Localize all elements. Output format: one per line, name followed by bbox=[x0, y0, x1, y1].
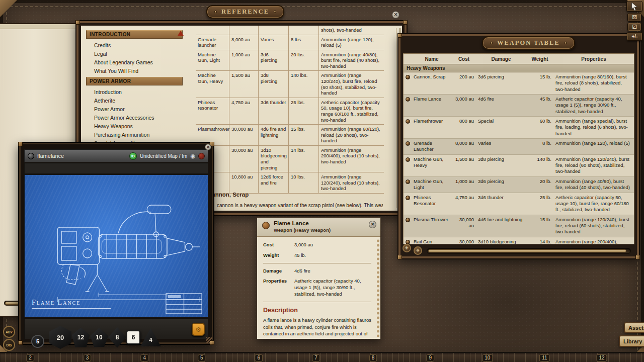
field-value: 3,000 au bbox=[294, 242, 371, 248]
record-bullet-icon[interactable] bbox=[406, 119, 410, 124]
flamelance-image-window[interactable]: flamelance ID Unidentified Map / Im ◉ bbox=[18, 142, 214, 345]
weapon-table-window[interactable]: Name Cost Damage Weight Properties Heavy… bbox=[397, 33, 640, 259]
modifier-toggle-button[interactable]: +/- bbox=[627, 32, 642, 41]
pointer-tool-button[interactable] bbox=[626, 1, 642, 12]
visibility-icon[interactable]: ◉ bbox=[190, 153, 195, 159]
weapon-properties: Ammunition (range special), burst fire, … bbox=[553, 117, 634, 138]
assets-button[interactable]: Assets bbox=[624, 322, 644, 333]
die-value: 8 bbox=[116, 334, 119, 341]
weapon-properties: Aetheric capacitor (capacity 50, usage 1… bbox=[553, 193, 634, 215]
record-bullet-icon[interactable] bbox=[406, 196, 410, 200]
weapon-row[interactable]: Rail Gun30,000 au3d10 bludgeoning and14 … bbox=[404, 237, 634, 244]
record-bullet-icon[interactable] bbox=[406, 157, 410, 162]
toc-item[interactable]: Introduction bbox=[86, 87, 183, 96]
bullet-cell bbox=[404, 117, 412, 138]
toc-scroll-up-icon[interactable] bbox=[178, 31, 184, 36]
window-corner bbox=[18, 142, 23, 146]
bullet-cell bbox=[404, 72, 412, 94]
lock-icon[interactable] bbox=[198, 153, 205, 159]
toc-item[interactable]: Aetherite bbox=[86, 96, 183, 105]
column-damage: Damage bbox=[476, 56, 526, 62]
description-text: A flame lance is a heavy cylinder contai… bbox=[263, 317, 371, 339]
fantasy-grounds-desktop: INTRODUCTIONCreditsLegalAbout Legendary … bbox=[0, 0, 644, 362]
weapon-row[interactable]: Machine Gun, Light1,000 au3d6 piercing20… bbox=[404, 177, 634, 193]
blueprint-image[interactable]: Flame Lance bbox=[24, 174, 208, 317]
dice-tower-button[interactable]: ⚄ bbox=[627, 13, 641, 22]
field-value: 4d6 fire bbox=[294, 268, 371, 275]
table-cell: Machine Gun, Light bbox=[196, 50, 229, 71]
window-corner bbox=[210, 340, 214, 345]
identified-badge-icon[interactable]: ID bbox=[129, 152, 137, 160]
record-bullet-icon[interactable] bbox=[406, 141, 410, 146]
bullet-cell bbox=[404, 237, 412, 244]
decorative-scroll-edge bbox=[376, 239, 380, 337]
table-row[interactable]: Grenade launcher8,000 auVaries8 lbs.Ammu… bbox=[196, 35, 384, 50]
toc-item[interactable]: Legal bbox=[86, 49, 183, 58]
weapon-row[interactable]: Flame Lance3,000 au4d6 fire45 lb.Aetheri… bbox=[404, 95, 634, 117]
table-cell: Aetheric capacitor (capacity 50, usage 1… bbox=[319, 98, 384, 124]
ruler-number: 9 bbox=[426, 354, 434, 361]
weapon-row[interactable]: Plasma Thrower30,000 au4d6 fire and ligh… bbox=[404, 215, 634, 237]
weapon-weight: 25 lb. bbox=[526, 193, 553, 215]
record-bullet-icon[interactable] bbox=[406, 179, 410, 184]
modifier-stack[interactable]: 5 bbox=[31, 335, 44, 348]
library-button[interactable]: Library bbox=[619, 335, 644, 347]
toc-item[interactable]: Credits bbox=[86, 41, 183, 49]
table-row[interactable]: 30,000 au3d10 bludgeoning and piercing14… bbox=[196, 146, 384, 172]
bullet-cell bbox=[404, 215, 412, 237]
window-corner bbox=[397, 255, 402, 259]
weapon-cost: 3,000 au bbox=[452, 95, 476, 116]
weapon-row[interactable]: Cannon, Scrap200 au3d6 piercing15 lb.Amm… bbox=[404, 72, 634, 95]
table-cell: Ammunition (range 60/120), reload (20 sh… bbox=[319, 125, 384, 145]
ruler-number: 5 bbox=[198, 354, 206, 361]
die-d6[interactable]: 6 bbox=[126, 330, 140, 344]
die-d12[interactable]: 12 bbox=[71, 328, 90, 347]
image-window-subtitle: Unidentified Map / Im bbox=[140, 153, 188, 159]
flame-lance-detail-window[interactable]: Flame Lance Weapon (Heavy Weapon) ✕ Cost… bbox=[257, 217, 381, 339]
advantage-button[interactable]: ADV bbox=[3, 326, 15, 338]
window-corner bbox=[397, 33, 402, 38]
weapon-row[interactable]: Flamethrower800 auSpecial60 lb.Ammunitio… bbox=[404, 117, 634, 139]
toc-item[interactable]: Purchasing Ammunition bbox=[86, 130, 183, 139]
image-tools-button[interactable]: ⚙ bbox=[192, 323, 205, 336]
weapon-weight: 140 lb. bbox=[526, 155, 553, 176]
table-row[interactable]: Plasmathrower30,000 au4d6 fire and light… bbox=[196, 125, 384, 146]
window-control-icon-2[interactable]: ❖ bbox=[414, 246, 422, 255]
toc-item[interactable]: Power Armor Accessories bbox=[86, 113, 183, 122]
toc-item[interactable]: Heavy Weapons bbox=[86, 122, 183, 130]
die-value: 4 bbox=[149, 337, 152, 343]
die-d10[interactable]: 10 bbox=[90, 328, 108, 347]
scrollbar-thumb[interactable] bbox=[428, 249, 626, 252]
close-icon[interactable]: ✕ bbox=[369, 221, 376, 228]
toc-item[interactable]: Power Armor bbox=[86, 105, 183, 113]
window-control-icon-1[interactable]: ✚ bbox=[403, 244, 411, 252]
weapon-row[interactable]: Phineas Resonator4,750 au3d6 thunder25 l… bbox=[404, 193, 634, 215]
table-cell: Ammunition (range 40/80), burst fire, re… bbox=[319, 50, 384, 71]
description-heading: Description bbox=[263, 307, 371, 314]
record-bullet-icon[interactable] bbox=[406, 218, 410, 222]
disadvantage-button[interactable]: DIS bbox=[3, 339, 15, 351]
record-bullet-icon[interactable] bbox=[406, 97, 410, 102]
table-row[interactable]: 10,800 au12d6 force and fire10 lbs.Ammun… bbox=[196, 172, 384, 194]
die-d20[interactable]: 20 bbox=[49, 326, 71, 349]
table-row[interactable]: Machine Gun, Light1,000 au3d6 piercing20… bbox=[196, 50, 384, 71]
table-row[interactable]: Phineas resonator4,750 au3d6 thunder25 l… bbox=[196, 98, 384, 125]
weapon-row[interactable]: Machine Gun, Heavy1,500 au3d8 piercing14… bbox=[404, 155, 634, 177]
table-cell: 3d6 piercing bbox=[259, 50, 289, 71]
table-row[interactable]: Machine Gun, Heavy1,500 au3d8 piercing14… bbox=[196, 71, 384, 98]
close-icon[interactable]: ✕ bbox=[205, 144, 211, 150]
die-d4[interactable]: 4 bbox=[140, 328, 161, 347]
record-bullet-icon[interactable] bbox=[406, 75, 410, 79]
horizontal-scrollbar[interactable] bbox=[427, 248, 631, 254]
weapon-name: Flamethrower bbox=[412, 117, 452, 138]
die-d8[interactable]: 8 bbox=[108, 327, 126, 348]
close-icon[interactable]: ✕ bbox=[392, 11, 399, 19]
dice-selection-button[interactable]: ⚂ bbox=[627, 23, 641, 31]
toc-item[interactable]: About Legendary Games bbox=[86, 58, 183, 66]
image-toolbar bbox=[24, 163, 208, 174]
window-icon[interactable] bbox=[28, 153, 34, 159]
table-cell: 4d6 fire and lightning bbox=[259, 125, 289, 145]
weapon-row[interactable]: Grenade Launcher8,000 auVaries8 lb.Ammun… bbox=[404, 139, 634, 155]
toc-item[interactable]: What You Will Find bbox=[86, 66, 183, 75]
table-row[interactable]: shots), two-handed bbox=[196, 26, 384, 35]
